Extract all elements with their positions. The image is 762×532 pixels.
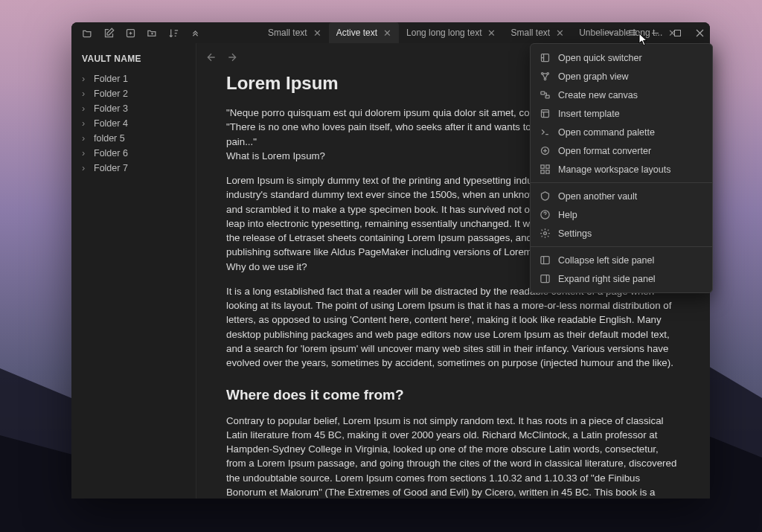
menu-item[interactable]: Help (531, 205, 712, 224)
back-button[interactable] (205, 51, 217, 65)
tab-close-icon[interactable]: ✕ (487, 28, 496, 38)
toolbar-left (71, 22, 201, 43)
folder-label: Folder 7 (94, 163, 128, 173)
svg-point-8 (547, 73, 549, 75)
chevron-right-icon: › (82, 163, 89, 173)
folder-item[interactable]: ›Folder 7 (71, 161, 196, 176)
menu-item-label: Settings (558, 228, 592, 239)
tab-dropdown-icon[interactable] (600, 22, 621, 43)
doc-para: Contrary to popular belief, Lorem Ipsum … (226, 414, 680, 499)
menu-item[interactable]: Open command palette (531, 123, 712, 141)
svg-rect-20 (541, 257, 549, 264)
menu-item[interactable]: Open graph view (531, 67, 712, 86)
menu-item-label: Open format converter (558, 146, 651, 156)
tab[interactable]: Active text✕ (329, 22, 399, 43)
menu-item[interactable]: Create new canvas (531, 86, 712, 104)
tab-close-icon[interactable]: ✕ (556, 28, 564, 38)
tab-label: Small text (510, 28, 550, 38)
graph-icon (540, 71, 551, 82)
switcher-icon (540, 52, 551, 63)
svg-point-9 (544, 78, 546, 80)
collapse-icon[interactable] (190, 28, 201, 39)
edit-icon[interactable] (103, 28, 115, 39)
chevron-right-icon: › (82, 89, 89, 99)
close-button[interactable] (689, 22, 710, 43)
tab-label: Active text (336, 28, 377, 38)
menu-icon[interactable] (622, 22, 643, 43)
maximize-button[interactable] (667, 22, 688, 43)
doc-para: It is a long established fact that a rea… (226, 284, 680, 371)
vault-name[interactable]: VAULT NAME (71, 52, 196, 71)
settings-icon (540, 228, 551, 239)
tab[interactable]: Small text✕ (503, 22, 572, 43)
menu-item-label: Open quick switcher (558, 53, 642, 63)
layout-icon (540, 164, 551, 175)
svg-rect-21 (541, 275, 549, 283)
menu-separator (531, 246, 712, 247)
format-icon (540, 145, 551, 156)
menu-item-label: Help (558, 210, 577, 220)
menu-item[interactable]: Open another vault (531, 187, 712, 205)
svg-rect-10 (541, 92, 545, 94)
folder-item[interactable]: ›Folder 4 (71, 116, 196, 131)
collapse-left-icon (540, 254, 551, 266)
svg-rect-16 (541, 170, 544, 173)
menu-item[interactable]: Expand right side panel (531, 269, 712, 288)
tab[interactable]: Long long long text✕ (399, 22, 503, 43)
doc-heading-2: Where does it come from? (226, 387, 680, 403)
menu-item[interactable]: Settings (531, 224, 712, 243)
app-menu-dropdown: Open quick switcherOpen graph viewCreate… (530, 43, 713, 293)
folder-item[interactable]: ›Folder 2 (71, 86, 196, 101)
folder-label: Folder 1 (94, 74, 128, 84)
svg-point-19 (544, 232, 547, 235)
menu-item-label: Manage workspace layouts (558, 164, 670, 175)
chevron-right-icon: › (82, 148, 89, 158)
canvas-icon (540, 89, 551, 100)
tab-close-icon[interactable]: ✕ (313, 28, 321, 38)
menu-item[interactable]: Open quick switcher (531, 48, 712, 67)
tab-label: Long long long text (406, 28, 481, 38)
new-folder-icon[interactable] (147, 28, 158, 39)
folder-item[interactable]: ›Folder 6 (71, 146, 196, 161)
svg-rect-17 (546, 170, 549, 173)
minimize-button[interactable] (644, 22, 665, 43)
forward-button[interactable] (226, 51, 238, 65)
sidebar: VAULT NAME ›Folder 1›Folder 2›Folder 3›F… (71, 43, 196, 499)
menu-item-label: Insert template (558, 109, 620, 119)
window-controls (600, 22, 710, 43)
folder-open-icon[interactable] (82, 28, 93, 39)
folder-label: Folder 2 (94, 89, 128, 99)
svg-rect-1 (652, 33, 659, 33)
svg-rect-2 (674, 30, 680, 36)
folder-item[interactable]: ›Folder 3 (71, 101, 196, 116)
expand-right-icon (540, 273, 551, 284)
menu-item[interactable]: Insert template (531, 104, 712, 123)
folder-label: Folder 6 (94, 148, 128, 158)
menu-item-label: Expand right side panel (558, 274, 656, 284)
folder-item[interactable]: ›Folder 1 (71, 71, 196, 86)
svg-point-7 (542, 73, 544, 75)
folder-label: folder 5 (94, 133, 125, 144)
vault-icon (540, 190, 551, 202)
menu-item[interactable]: Manage workspace layouts (531, 160, 712, 179)
tab[interactable]: Small text✕ (260, 22, 329, 43)
folder-item[interactable]: ›folder 5 (71, 131, 196, 146)
chevron-right-icon: › (82, 74, 89, 84)
new-file-icon[interactable] (125, 28, 136, 39)
titlebar: Small text✕Active text✕Long long long te… (71, 22, 710, 43)
menu-item-label: Open another vault (558, 191, 637, 202)
menu-item-label: Open graph view (558, 71, 629, 82)
svg-rect-14 (541, 165, 544, 168)
chevron-right-icon: › (82, 118, 89, 129)
tab-close-icon[interactable]: ✕ (383, 28, 391, 38)
sort-icon[interactable] (168, 28, 179, 39)
folder-label: Folder 4 (94, 118, 128, 129)
menu-item[interactable]: Collapse left side panel (531, 251, 712, 269)
menu-separator (531, 182, 712, 183)
command-icon (540, 126, 551, 138)
tab-label: Small text (268, 28, 307, 38)
app-window: Small text✕Active text✕Long long long te… (71, 22, 710, 499)
help-icon (540, 209, 551, 220)
svg-rect-15 (546, 165, 549, 168)
menu-item[interactable]: Open format converter (531, 141, 712, 160)
